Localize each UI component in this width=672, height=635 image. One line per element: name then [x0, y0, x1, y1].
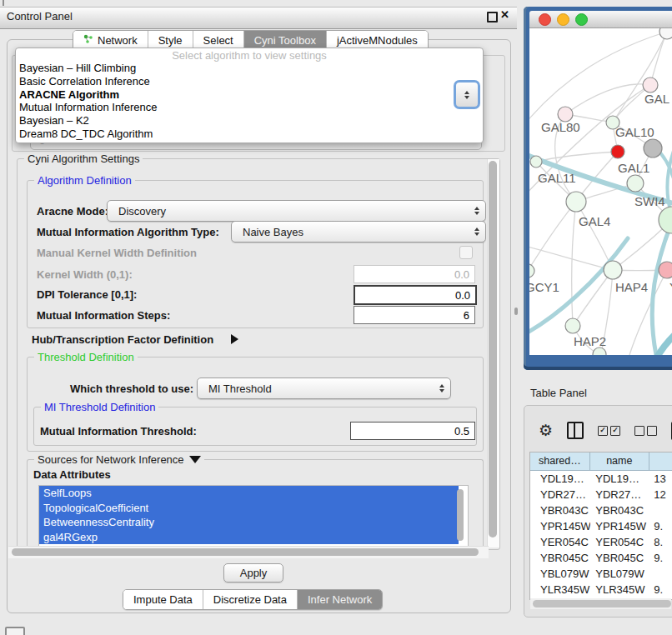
node-label-gal1: GAL1: [618, 161, 649, 175]
table-cell: 9.: [649, 552, 672, 564]
bottom-left-panel-icon[interactable]: [5, 627, 25, 635]
node-label-gal10: GAL10: [615, 125, 654, 139]
zoom-window-icon[interactable]: [575, 13, 588, 26]
bottom-tab-infer-network[interactable]: Infer Network: [298, 590, 382, 609]
algorithm-combo-stepper[interactable]: [454, 80, 480, 109]
node-table: shared…name YDL19…YDL19…13YDR27…YDR27…12…: [529, 452, 672, 600]
gear-icon[interactable]: ⚙: [539, 421, 553, 440]
table-cell: YBL079W: [590, 568, 649, 580]
unchecked-boxes-icon[interactable]: [634, 426, 657, 436]
node[interactable]: [593, 348, 606, 355]
data-attribute-item[interactable]: gal4RGexp: [39, 530, 459, 545]
kernel-width-label: Kernel Width (0,1):: [37, 268, 133, 281]
table-cell: YER054C: [530, 536, 590, 548]
algorithm-option[interactable]: Bayesian – Hill Climbing: [16, 62, 483, 75]
dpi-tolerance-field[interactable]: 0.0: [354, 285, 477, 305]
table-row[interactable]: YBR045CYBR045C9.: [530, 550, 672, 566]
bottom-tabs: Impute DataDiscretize DataInfer Network: [123, 589, 383, 610]
hub-definition-expander[interactable]: Hub/Transcription Factor Definition: [32, 333, 213, 346]
mi-threshold-field[interactable]: 0.5: [350, 422, 475, 440]
algorithm-dropdown: Select algorithm to view settings Bayesi…: [15, 48, 484, 143]
data-attribute-item[interactable]: TopologicalCoefficient: [39, 501, 459, 516]
which-threshold-combo[interactable]: MI Threshold: [197, 378, 451, 399]
algorithm-option[interactable]: Bayesian – K2: [16, 114, 483, 128]
node-gal11[interactable]: [530, 156, 542, 168]
node-hap2[interactable]: [565, 318, 580, 333]
table-cell: YLR345W: [590, 583, 649, 596]
settings-vscroll-thumb[interactable]: [489, 161, 497, 538]
attr-list-scrollbar[interactable]: [457, 489, 464, 541]
tab-label: Cyni Toolbox: [254, 34, 316, 47]
network-canvas[interactable]: GALGAL80GAL10GAL1GAL11SWI4GAL4GCY1HAP4YH…: [529, 28, 672, 355]
table-cell: YPR145W: [590, 520, 649, 532]
aracne-mode-value: Discovery: [118, 205, 166, 218]
tab-label: Network: [98, 34, 138, 47]
bottom-tab-discretize-data[interactable]: Discretize Data: [203, 590, 298, 609]
screenshot-root: Control Panel ✕ NetworkStyleSelectCyni T…: [0, 0, 672, 635]
settings-hscroll-thumb[interactable]: [12, 548, 479, 556]
node-gal[interactable]: [643, 78, 658, 92]
panel-splitter-handle[interactable]: [514, 308, 518, 315]
algorithm-option[interactable]: ARACNE Algorithm: [16, 88, 483, 102]
collapse-down-arrow-icon: [189, 456, 201, 463]
node[interactable]: [611, 145, 624, 158]
column-header[interactable]: shared…: [530, 452, 590, 470]
table-row[interactable]: YPR145WYPR145W9.: [530, 518, 672, 534]
column-header[interactable]: name: [590, 452, 649, 470]
aracne-mode-combo[interactable]: Discovery: [107, 200, 486, 222]
node[interactable]: [644, 139, 662, 158]
table-cell: YBR045C: [530, 552, 590, 564]
node-label-gcy1: GCY1: [529, 280, 559, 294]
table-row[interactable]: YDR27…YDR27…12: [530, 487, 672, 502]
close-icon[interactable]: ✕: [500, 8, 509, 21]
which-threshold-label: Which threshold to use:: [70, 382, 193, 395]
table-row[interactable]: YBL079WYBL079W: [530, 566, 672, 582]
mi-steps-field[interactable]: 6: [354, 306, 475, 324]
table-row[interactable]: YLR345WYLR345W9.: [530, 582, 672, 598]
data-attribute-item[interactable]: BetweennessCentrality: [39, 515, 459, 530]
table-cell: YDR27…: [530, 488, 590, 501]
node-gal1[interactable]: [627, 175, 644, 192]
node-gal4[interactable]: [566, 192, 586, 212]
aracne-mode-label: Aracne Mode:: [37, 205, 108, 218]
table-cell: YDL19…: [590, 472, 649, 485]
table-hscroll-thumb[interactable]: [533, 600, 671, 608]
algorithm-option[interactable]: Mutual Information Inference: [16, 101, 483, 114]
tab-label: jActiveMNodules: [337, 34, 418, 47]
node-gcy1[interactable]: [529, 264, 534, 278]
table-row[interactable]: YDL19…YDL19…13: [530, 471, 672, 487]
columns-icon[interactable]: [567, 422, 584, 439]
close-window-icon[interactable]: [539, 13, 551, 26]
table-cell: 9.: [649, 583, 672, 596]
node-swi4[interactable]: [659, 207, 672, 233]
table-cell: 8.: [649, 536, 672, 548]
node-label-gal80: GAL80: [541, 120, 580, 134]
bottom-tab-label: Impute Data: [133, 593, 193, 606]
mi-type-combo[interactable]: Naive Bayes: [231, 221, 486, 242]
table-row[interactable]: YER054CYER054C8.: [530, 534, 672, 550]
apply-button[interactable]: Apply: [223, 563, 283, 582]
column-header[interactable]: [649, 452, 672, 470]
sources-title-wrap[interactable]: Sources for Network Inference: [34, 453, 204, 466]
tab-label: Style: [158, 34, 183, 47]
node-label-gal11: GAL11: [538, 171, 576, 185]
algorithm-option[interactable]: Basic Correlation Inference: [16, 75, 483, 88]
node-y[interactable]: [659, 262, 672, 278]
mi-threshold-label: Mutual Information Threshold:: [40, 425, 197, 438]
which-threshold-value: MI Threshold: [208, 382, 272, 395]
manual-kernel-checkbox[interactable]: [459, 246, 473, 259]
float-window-icon[interactable]: [487, 12, 498, 22]
table-row[interactable]: YBR043CYBR043C: [530, 502, 672, 518]
control-panel-title: Control Panel: [7, 10, 73, 22]
node-hap4[interactable]: [604, 261, 622, 279]
data-attribute-item[interactable]: SelfLoops: [39, 486, 459, 501]
algorithm-option[interactable]: Dream8 DC_TDC Algorithm: [16, 128, 483, 141]
kernel-width-field[interactable]: 0.0: [354, 265, 475, 283]
checked-boxes-icon[interactable]: ✓✓: [598, 426, 620, 436]
node-label-gal4: GAL4: [579, 214, 610, 228]
table-cell: YBR045C: [590, 552, 649, 564]
node[interactable]: [659, 28, 672, 39]
minimize-window-icon[interactable]: [557, 13, 569, 26]
bottom-tab-impute-data[interactable]: Impute Data: [123, 590, 203, 609]
algorithm-definition-title: Algorithm Definition: [34, 174, 135, 187]
